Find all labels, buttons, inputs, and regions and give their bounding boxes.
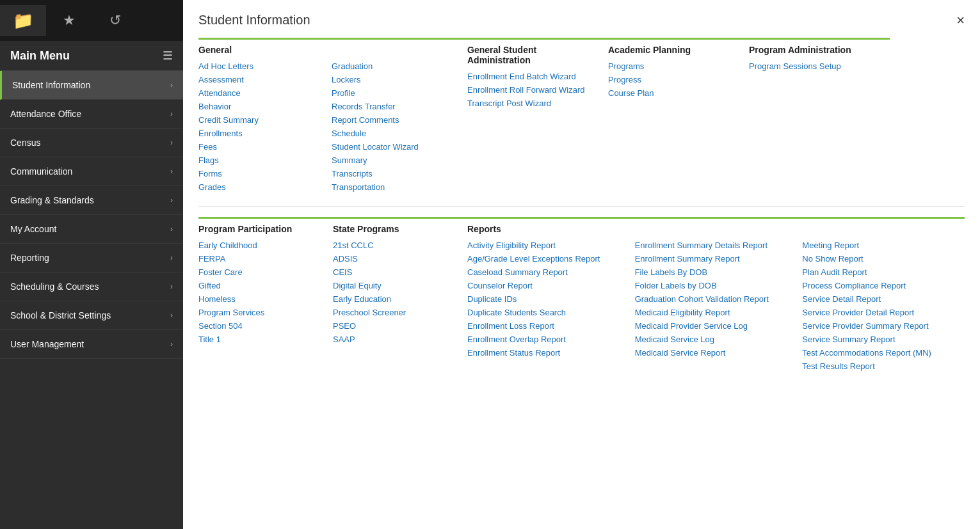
general-link[interactable]: Fees xyxy=(198,142,326,152)
sidebar-item-student-information[interactable]: Student Information› xyxy=(0,71,183,100)
report-link[interactable]: Activity Eligibility Report xyxy=(467,241,630,250)
report-link[interactable]: Caseload Summary Report xyxy=(467,267,630,277)
chevron-right-icon: › xyxy=(170,196,173,205)
sp-link[interactable]: SAAP xyxy=(333,335,460,344)
bottom-sections-row: Program Participation Early ChildhoodFER… xyxy=(198,217,965,375)
report-link[interactable]: Enrollment Status Report xyxy=(467,348,630,358)
report-link[interactable]: File Labels By DOB xyxy=(635,267,798,277)
sidebar-item-reporting[interactable]: Reporting› xyxy=(0,244,183,272)
general-link[interactable]: Forms xyxy=(198,169,326,178)
report-link[interactable]: Test Accommodations Report (MN) xyxy=(802,348,965,358)
ap-link[interactable]: Progress xyxy=(608,75,741,84)
report-link[interactable]: Medicaid Eligibility Report xyxy=(635,308,798,317)
report-link[interactable]: Test Results Report xyxy=(802,361,965,371)
gsa-link[interactable]: Transcript Post Wizard xyxy=(467,99,600,108)
report-link[interactable]: Service Summary Report xyxy=(802,335,965,344)
report-link[interactable]: Enrollment Overlap Report xyxy=(467,335,630,344)
sidebar-item-label: User Management xyxy=(10,339,84,349)
sidebar-item-label: School & District Settings xyxy=(10,310,111,320)
general-link[interactable]: Schedule xyxy=(332,129,460,138)
report-link[interactable]: Duplicate Students Search xyxy=(467,308,630,317)
history-icon-btn[interactable]: ↺ xyxy=(92,5,138,36)
list-icon[interactable]: ☰ xyxy=(163,49,173,63)
general-link[interactable]: Profile xyxy=(332,88,460,98)
pp-link[interactable]: Homeless xyxy=(198,294,325,304)
page-title: Student Information xyxy=(198,13,310,28)
report-link[interactable]: Enrollment Summary Report xyxy=(635,254,798,264)
report-link[interactable]: Enrollment Summary Details Report xyxy=(635,241,798,250)
pp-link[interactable]: Section 504 xyxy=(198,321,325,331)
sidebar-item-label: Reporting xyxy=(10,253,49,263)
report-link[interactable]: Duplicate IDs xyxy=(467,294,630,304)
pa-link[interactable]: Program Sessions Setup xyxy=(749,61,882,71)
sidebar-item-scheduling---courses[interactable]: Scheduling & Courses› xyxy=(0,272,183,301)
general-link[interactable]: Flags xyxy=(198,155,326,165)
chevron-right-icon: › xyxy=(170,167,173,176)
gsa-link[interactable]: Enrollment End Batch Wizard xyxy=(467,72,600,81)
sp-link[interactable]: ADSIS xyxy=(333,254,460,264)
general-col2: GraduationLockersProfileRecords Transfer… xyxy=(332,61,460,196)
sidebar-item-grading---standards[interactable]: Grading & Standards› xyxy=(0,186,183,215)
pp-link[interactable]: Program Services xyxy=(198,308,325,317)
pp-link[interactable]: FERPA xyxy=(198,254,325,264)
folder-icon-btn[interactable]: 📁 xyxy=(0,5,46,36)
general-link[interactable]: Transcripts xyxy=(332,169,460,178)
general-link[interactable]: Ad Hoc Letters xyxy=(198,61,326,71)
general-link[interactable]: Transportation xyxy=(332,182,460,192)
general-link[interactable]: Summary xyxy=(332,155,460,165)
pp-title: Program Participation xyxy=(198,224,325,234)
sp-link[interactable]: Early Education xyxy=(333,294,460,304)
sidebar-item-my-account[interactable]: My Account› xyxy=(0,215,183,244)
ap-link[interactable]: Course Plan xyxy=(608,88,741,98)
ap-link[interactable]: Programs xyxy=(608,61,741,71)
favorites-icon-btn[interactable]: ★ xyxy=(46,5,92,36)
general-link[interactable]: Attendance xyxy=(198,88,326,98)
sidebar-item-school---district-settings[interactable]: School & District Settings› xyxy=(0,301,183,330)
report-link[interactable]: Enrollment Loss Report xyxy=(467,321,630,331)
pp-link[interactable]: Early Childhood xyxy=(198,241,325,250)
gsa-link[interactable]: Enrollment Roll Forward Wizard xyxy=(467,85,600,95)
report-link[interactable]: No Show Report xyxy=(802,254,965,264)
sp-link[interactable]: Digital Equity xyxy=(333,281,460,290)
sidebar-item-communication[interactable]: Communication› xyxy=(0,157,183,186)
report-link[interactable]: Service Provider Summary Report xyxy=(802,321,965,331)
general-link[interactable]: Behavior xyxy=(198,102,326,111)
sidebar-item-census[interactable]: Census› xyxy=(0,129,183,157)
sp-link[interactable]: 21st CCLC xyxy=(333,241,460,250)
close-button[interactable]: × xyxy=(956,13,965,28)
report-link[interactable]: Medicaid Provider Service Log xyxy=(635,321,798,331)
general-link[interactable]: Report Comments xyxy=(332,115,460,125)
report-link[interactable]: Medicaid Service Log xyxy=(635,335,798,344)
sp-link[interactable]: Preschool Screener xyxy=(333,308,460,317)
chevron-right-icon: › xyxy=(170,225,173,233)
report-link[interactable]: Folder Labels by DOB xyxy=(635,281,798,290)
sidebar-item-user-management[interactable]: User Management› xyxy=(0,330,183,359)
folder-icon: 📁 xyxy=(13,11,33,31)
general-link[interactable]: Student Locator Wizard xyxy=(332,142,460,152)
general-link[interactable]: Graduation xyxy=(332,61,460,71)
report-link[interactable]: Plan Audit Report xyxy=(802,267,965,277)
general-link[interactable]: Credit Summary xyxy=(198,115,326,125)
sidebar-item-attendance-office[interactable]: Attendance Office› xyxy=(0,100,183,129)
sp-link[interactable]: CEIS xyxy=(333,267,460,277)
general-link[interactable]: Assessment xyxy=(198,75,326,84)
pp-link[interactable]: Title 1 xyxy=(198,335,325,344)
report-link[interactable]: Graduation Cohort Validation Report xyxy=(635,294,798,304)
report-link[interactable]: Process Compliance Report xyxy=(802,281,965,290)
report-link[interactable]: Counselor Report xyxy=(467,281,630,290)
report-link[interactable]: Service Provider Detail Report xyxy=(802,308,965,317)
reports-col1: Activity Eligibility ReportAge/Grade Lev… xyxy=(467,241,630,375)
sp-link[interactable]: PSEO xyxy=(333,321,460,331)
pa-title: Program Administration xyxy=(749,45,882,55)
report-link[interactable]: Meeting Report xyxy=(802,241,965,250)
general-link[interactable]: Grades xyxy=(198,182,326,192)
general-link[interactable]: Records Transfer xyxy=(332,102,460,111)
pp-link[interactable]: Foster Care xyxy=(198,267,325,277)
pp-link[interactable]: Gifted xyxy=(198,281,325,290)
report-link[interactable]: Medicaid Service Report xyxy=(635,348,798,358)
general-link[interactable]: Enrollments xyxy=(198,129,326,138)
general-link[interactable]: Lockers xyxy=(332,75,460,84)
ap-title: Academic Planning xyxy=(608,45,741,55)
report-link[interactable]: Age/Grade Level Exceptions Report xyxy=(467,254,630,264)
report-link[interactable]: Service Detail Report xyxy=(802,294,965,304)
